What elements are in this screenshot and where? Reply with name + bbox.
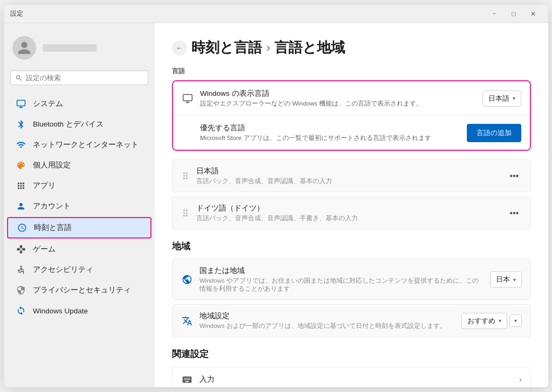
lang-row-german-name: ドイツ語（ドイツ） xyxy=(196,204,500,213)
content-area: ← 時刻と言語 › 言語と地域 言語 Windows の表示言語 xyxy=(155,23,548,387)
display-language-dropdown[interactable]: 日本語 ▾ xyxy=(482,90,521,107)
breadcrumb-current: 言語と地域 xyxy=(274,38,345,57)
network-icon xyxy=(16,139,26,150)
add-language-button[interactable]: 言語の追加 xyxy=(467,124,521,142)
region-format-text: 地域設定 Windows および一部のアプリは、地域設定に基づいて日付と時刻を表… xyxy=(199,311,455,330)
lang-row-japanese[interactable]: 日本語 言語パック、音声合成、音声認識、基本の入力 ••• xyxy=(172,159,531,192)
sidebar-item-label-accounts: アカウント xyxy=(33,201,71,211)
minimize-button[interactable]: － xyxy=(486,8,503,20)
sidebar-item-accounts[interactable]: アカウント xyxy=(7,197,151,216)
globe-icon xyxy=(181,274,193,285)
title-bar-controls: － □ ✕ xyxy=(486,8,542,20)
svg-rect-4 xyxy=(183,94,192,101)
display-language-text: Windows の表示言語 設定やエクスプローラーなどの Windows 機能は… xyxy=(200,89,476,108)
keyboard-icon xyxy=(181,374,193,386)
related-input-text: 入力 xyxy=(199,375,513,384)
region-format-desc: Windows および一部のアプリは、地域設定に基づいて日付と時刻を表式設定しま… xyxy=(199,322,455,330)
time-icon xyxy=(17,222,27,233)
related-section-title: 関連設定 xyxy=(172,348,531,360)
regional-format-icon xyxy=(181,315,193,327)
region-format-row[interactable]: 地域設定 Windows および一部のアプリは、地域設定に基づいて日付と時刻を表… xyxy=(172,304,531,337)
region-country-row[interactable]: 国または地域 Windows やアプリでは、お住まいの国または地域に対応したコン… xyxy=(172,259,531,300)
preferred-lang-spacer xyxy=(182,127,194,139)
main-area: システム Bluetooth とデバイス ネットワークとインターネット 個人用設… xyxy=(4,23,548,387)
title-bar-left: 設定 xyxy=(10,9,23,18)
region-section-title: 地域 xyxy=(172,240,531,253)
chevron-right-icon: › xyxy=(519,375,522,384)
update-icon xyxy=(16,305,26,316)
lang-row-japanese-more-button[interactable]: ••• xyxy=(507,169,522,184)
privacy-icon xyxy=(16,285,26,296)
close-button[interactable]: ✕ xyxy=(525,8,542,20)
avatar xyxy=(12,36,36,60)
svg-rect-0 xyxy=(17,100,25,106)
lang-row-german-text: ドイツ語（ドイツ） 言語パック、音声合成、音声認識、手書き、基本の入力 xyxy=(196,204,500,222)
sidebar-item-label-apps: アプリ xyxy=(33,181,56,191)
sidebar-item-gaming[interactable]: ゲーム xyxy=(7,240,151,259)
search-icon xyxy=(15,74,23,82)
sidebar-item-bluetooth[interactable]: Bluetooth とデバイス xyxy=(7,115,151,134)
chevron-down-icon-region: ▾ xyxy=(513,277,516,283)
preferred-language-desc: Microsoft Store アプリは、この一覧で最初にサポートされる言語で表… xyxy=(200,134,460,142)
personalization-icon xyxy=(16,160,26,171)
sidebar-item-accessibility[interactable]: アクセシビリティ xyxy=(7,260,151,279)
sidebar-item-apps[interactable]: アプリ xyxy=(7,176,151,195)
related-input-name: 入力 xyxy=(199,375,513,384)
apps-icon xyxy=(16,180,26,191)
lang-row-japanese-text: 日本語 言語パック、音声合成、音声認識、基本の入力 xyxy=(196,166,500,185)
lang-row-german-more-button[interactable]: ••• xyxy=(507,206,522,221)
display-language-value: 日本語 xyxy=(488,94,509,103)
region-format-name: 地域設定 xyxy=(199,311,455,321)
drag-handle-german[interactable] xyxy=(181,208,190,218)
lang-row-german-desc: 言語パック、音声合成、音声認識、手書き、基本の入力 xyxy=(196,214,500,222)
preferred-language-title: 優先する言語 xyxy=(200,123,460,133)
sidebar-item-system[interactable]: システム xyxy=(7,94,151,114)
preferred-language-row: 優先する言語 Microsoft Store アプリは、この一覧で最初にサポート… xyxy=(173,116,530,150)
system-icon xyxy=(16,99,26,109)
search-box[interactable] xyxy=(10,71,148,85)
region-format-dropdown[interactable]: おすすめ ▾ xyxy=(461,313,507,329)
back-button[interactable]: ← xyxy=(172,40,187,55)
sidebar-item-network[interactable]: ネットワークとインターネット xyxy=(7,135,151,155)
region-format-value: おすすめ xyxy=(467,316,495,326)
sidebar-item-label-personalization: 個人用設定 xyxy=(33,160,71,170)
bluetooth-icon xyxy=(16,119,26,130)
region-format-expand-button[interactable]: ▾ xyxy=(509,314,522,327)
region-country-name: 国または地域 xyxy=(199,266,484,276)
region-format-dropdown-wrapper: おすすめ ▾ ▾ xyxy=(461,313,522,329)
region-country-desc: Windows やアプリでは、お住まいの国または地域に対応したコンテンツを提供す… xyxy=(199,277,484,293)
sidebar-item-label-system: システム xyxy=(33,99,63,109)
maximize-button[interactable]: □ xyxy=(505,8,522,20)
sidebar-item-time-language[interactable]: 時刻と言語 xyxy=(7,217,151,239)
sidebar-item-label-windows-update: Windows Update xyxy=(33,307,88,315)
breadcrumb-parent: 時刻と言語 xyxy=(191,38,262,57)
region-country-value: 日本 xyxy=(496,275,510,284)
user-profile-area[interactable] xyxy=(4,30,155,71)
chevron-down-icon: ▾ xyxy=(513,95,515,101)
display-language-desc: 設定やエクスプローラーなどの Windows 機能は、この言語で表示されます。 xyxy=(200,100,476,108)
display-language-row: Windows の表示言語 設定やエクスプローラーなどの Windows 機能は… xyxy=(173,81,530,116)
lang-row-japanese-desc: 言語パック、音声合成、音声認識、基本の入力 xyxy=(196,177,500,185)
sidebar-item-personalization[interactable]: 個人用設定 xyxy=(7,156,151,175)
title-bar: 設定 － □ ✕ xyxy=(4,5,548,23)
sidebar: システム Bluetooth とデバイス ネットワークとインターネット 個人用設… xyxy=(4,23,155,387)
sidebar-item-label-privacy: プライバシーとセキュリティ xyxy=(33,285,131,295)
expand-icon: ▾ xyxy=(514,318,517,324)
user-name-placeholder xyxy=(43,44,96,52)
page-title: 時刻と言語 › 言語と地域 xyxy=(191,38,345,57)
drag-handle-japanese[interactable] xyxy=(181,171,190,180)
svg-point-3 xyxy=(20,266,22,268)
sidebar-item-label-accessibility: アクセシビリティ xyxy=(33,265,93,275)
title-bar-title: 設定 xyxy=(10,9,23,18)
related-input-row[interactable]: 入力 › xyxy=(172,367,531,387)
language-section-label: 言語 xyxy=(172,67,531,76)
lang-row-german[interactable]: ドイツ語（ドイツ） 言語パック、音声合成、音声認識、手書き、基本の入力 ••• xyxy=(172,197,531,229)
search-input[interactable] xyxy=(26,74,143,82)
sidebar-item-windows-update[interactable]: Windows Update xyxy=(7,301,151,320)
sidebar-item-label-time-language: 時刻と言語 xyxy=(34,223,72,233)
accounts-icon xyxy=(16,201,26,212)
chevron-down-icon-format: ▾ xyxy=(499,318,501,324)
region-country-dropdown[interactable]: 日本 ▾ xyxy=(490,271,522,288)
gaming-icon xyxy=(16,244,26,255)
sidebar-item-privacy[interactable]: プライバシーとセキュリティ xyxy=(7,281,151,300)
